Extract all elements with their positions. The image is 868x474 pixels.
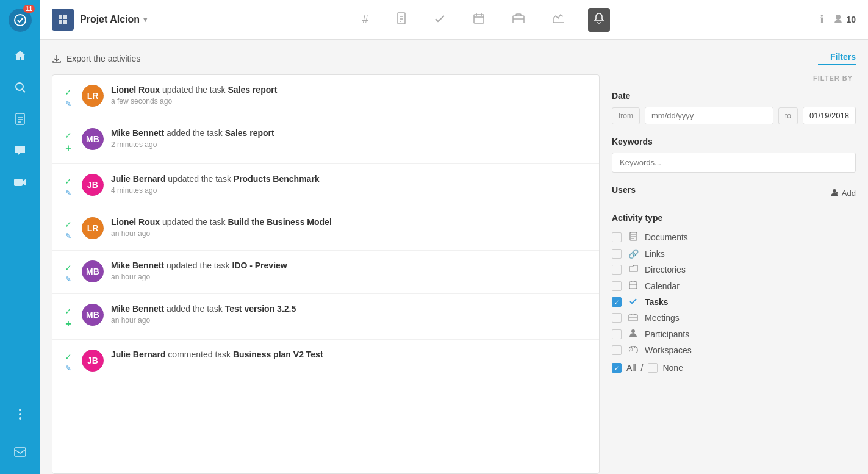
documents-label: Documents xyxy=(645,232,688,242)
activity-time: a few seconds ago xyxy=(111,97,589,106)
nav-search[interactable] xyxy=(0,71,40,103)
links-checkbox[interactable] xyxy=(612,249,622,259)
links-icon: 🔗 xyxy=(628,249,639,259)
list-item: Calendar xyxy=(612,278,856,294)
date-from-input[interactable] xyxy=(645,107,773,124)
activity-content: Lionel Roux updated the task Sales repor… xyxy=(111,85,589,106)
activity-text: Mike Bennett updated the task IDO - Prev… xyxy=(111,260,589,270)
check-icon: ✓ xyxy=(65,131,72,140)
avatar: MB xyxy=(82,128,104,150)
keywords-input[interactable] xyxy=(612,153,856,173)
keywords-section-title: Keywords xyxy=(612,137,856,146)
project-icon xyxy=(52,9,74,31)
table-row: ✓ ✎ JB Julie Bernard updated the task Pr… xyxy=(52,164,599,207)
list-item: Documents xyxy=(612,229,856,246)
avatar: JB xyxy=(82,350,104,372)
activity-type-list: Documents 🔗 Links xyxy=(612,229,856,358)
none-label: None xyxy=(662,363,683,373)
to-label: to xyxy=(778,107,798,124)
directories-icon xyxy=(628,265,639,275)
filters-button[interactable]: Filters xyxy=(818,52,856,65)
edit-icon: ✎ xyxy=(65,189,71,197)
info-icon[interactable]: ℹ xyxy=(820,13,824,26)
add-icon: + xyxy=(65,318,71,329)
tasks-checkbox[interactable] xyxy=(612,297,622,307)
top-right-icons: ℹ 10 xyxy=(820,13,856,26)
meetings-checkbox[interactable] xyxy=(612,313,622,323)
table-row: ✓ ✎ LR Lionel Roux updated the task Sale… xyxy=(52,75,599,118)
nav-document-icon[interactable] xyxy=(392,7,411,32)
calendar-checkbox[interactable] xyxy=(612,281,622,291)
export-button[interactable]: Export the activities xyxy=(52,54,140,63)
meetings-icon xyxy=(628,313,639,323)
documents-checkbox[interactable] xyxy=(612,232,622,242)
nav-video[interactable] xyxy=(0,167,40,198)
nav-bell-icon[interactable] xyxy=(588,8,610,32)
directories-checkbox[interactable] xyxy=(612,265,622,275)
filter-panel: FILTER BY Date from to 01/19/2018 Keywor… xyxy=(612,74,856,474)
nav-home[interactable] xyxy=(0,40,40,71)
svg-rect-3 xyxy=(14,179,23,186)
app-logo[interactable]: 11 xyxy=(0,0,40,40)
all-none-row: All / None xyxy=(612,363,856,373)
activity-actions: ✓ ✎ xyxy=(62,260,74,284)
page-toolbar: Export the activities Filters xyxy=(52,52,856,65)
date-row: from to 01/19/2018 xyxy=(612,107,856,124)
svg-rect-2 xyxy=(16,113,24,124)
keywords-filter-section: Keywords xyxy=(612,137,856,173)
users-filter-section: Users Add xyxy=(612,185,856,201)
date-to-value[interactable]: 01/19/2018 xyxy=(803,107,856,124)
nav-chat[interactable] xyxy=(0,135,40,167)
nav-briefcase-icon[interactable] xyxy=(508,9,529,31)
nav-documents[interactable] xyxy=(0,103,40,135)
check-icon: ✓ xyxy=(65,352,72,362)
nav-mail[interactable] xyxy=(0,436,40,468)
workspaces-checkbox[interactable] xyxy=(612,345,622,355)
activity-actions: ✓ ✎ xyxy=(62,217,74,240)
edit-icon: ✎ xyxy=(65,99,71,108)
nav-tasks-icon[interactable] xyxy=(429,9,450,31)
activity-text: Lionel Roux updated the task Sales repor… xyxy=(111,85,589,95)
nav-hashtag-icon[interactable]: # xyxy=(357,9,373,31)
svg-point-1 xyxy=(16,83,23,90)
page-body: Export the activities Filters ✓ ✎ xyxy=(40,40,868,474)
avatar: MB xyxy=(82,260,104,282)
all-checkbox[interactable] xyxy=(612,363,622,373)
meetings-label: Meetings xyxy=(645,313,680,323)
activity-content: Lionel Roux updated the task Build the B… xyxy=(111,217,589,238)
edit-icon: ✎ xyxy=(65,275,71,284)
calendar-icon xyxy=(628,281,639,291)
users-row: Users Add xyxy=(612,185,856,201)
avatar: LR xyxy=(82,85,104,107)
participants-checkbox[interactable] xyxy=(612,329,622,339)
svg-point-4 xyxy=(19,409,21,411)
activity-actions: ✓ + xyxy=(62,128,74,154)
nav-calendar-icon[interactable] xyxy=(468,8,489,32)
list-item: 🔗 Links xyxy=(612,246,856,262)
none-checkbox[interactable] xyxy=(648,363,658,373)
activities-panel: ✓ ✎ LR Lionel Roux updated the task Sale… xyxy=(52,74,600,474)
list-item: Participants xyxy=(612,326,856,342)
activity-time: an hour ago xyxy=(111,273,589,281)
participants-label: Participants xyxy=(645,329,689,339)
activity-actions: ✓ + xyxy=(62,304,74,329)
edit-icon: ✎ xyxy=(65,232,71,240)
nav-chart-icon[interactable] xyxy=(548,9,570,31)
table-row: ✓ ✎ LR Lionel Roux updated the task Buil… xyxy=(52,207,599,251)
directories-label: Directories xyxy=(645,265,686,275)
calendar-label: Calendar xyxy=(645,281,680,291)
avatar: LR xyxy=(82,217,104,239)
activity-content: Julie Bernard commented task Business pl… xyxy=(111,350,589,362)
activity-type-filter-section: Activity type Documents xyxy=(612,213,856,373)
project-title[interactable]: Projet Alcion ▾ xyxy=(80,14,147,25)
add-user-button[interactable]: Add xyxy=(830,189,856,198)
svg-rect-9 xyxy=(474,15,484,23)
links-label: Links xyxy=(645,249,665,259)
avatar: MB xyxy=(82,304,104,326)
check-icon: ✓ xyxy=(65,306,72,316)
nav-more[interactable] xyxy=(0,398,40,430)
user-count[interactable]: 10 xyxy=(833,15,856,24)
activity-text: Lionel Roux updated the task Build the B… xyxy=(111,217,589,227)
activity-text: Julie Bernard updated the task Products … xyxy=(111,174,589,184)
table-row: ✓ ✎ MB Mike Bennett updated the task IDO… xyxy=(52,251,599,294)
